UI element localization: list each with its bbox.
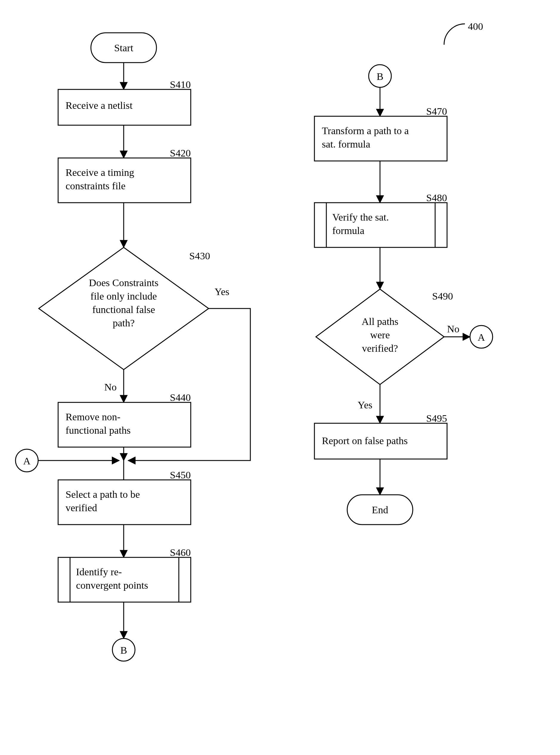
text-s495-l1: Report on false paths <box>322 435 408 446</box>
step-s470: S470 Transform a path to a sat. formula <box>315 106 447 161</box>
connector-a-in-label: A <box>23 455 31 466</box>
text-s450-l1: Select a path to be <box>65 489 140 500</box>
connector-b-in: B <box>369 65 391 87</box>
connector-b-out-label: B <box>120 645 127 656</box>
text-s420-l2: constraints file <box>65 180 125 191</box>
text-s430-l1: Does Constraints <box>89 277 158 288</box>
ref-s460: S460 <box>170 547 191 558</box>
text-s460-l2: convergent points <box>76 580 148 591</box>
ref-s470: S470 <box>426 106 447 117</box>
text-s470-l1: Transform a path to a <box>322 125 408 136</box>
text-s430-l2: file only include <box>91 291 157 302</box>
figure-label: 400 <box>444 21 483 45</box>
connector-a-out: A <box>470 325 493 348</box>
connector-b-in-label: B <box>377 71 384 82</box>
label-s490-yes: Yes <box>358 399 372 411</box>
text-s430-l3: functional false <box>93 304 155 315</box>
connector-b-out: B <box>112 638 135 661</box>
connector-a-out-label: A <box>478 332 485 343</box>
text-s450-l2: verified <box>65 502 97 513</box>
step-s440: S440 Remove non- functional paths <box>58 392 191 447</box>
text-s430-l4: path? <box>113 317 135 329</box>
ref-s480: S480 <box>426 192 447 203</box>
label-s430-yes: Yes <box>215 286 229 297</box>
step-s450: S450 Select a path to be verified <box>58 470 191 524</box>
text-s480-l1: Verify the sat. <box>332 212 389 223</box>
text-s470-l2: sat. formula <box>322 139 370 150</box>
text-s440-l1: Remove non- <box>65 411 120 422</box>
label-s490-no: No <box>447 323 460 334</box>
ref-s450: S450 <box>170 470 191 480</box>
ref-s410: S410 <box>170 79 191 90</box>
text-s490-l1: All paths <box>361 316 398 327</box>
text-s460-l1: Identify re- <box>76 566 122 577</box>
step-s410: S410 Receive a netlist <box>58 79 191 125</box>
text-s490-l3: verified? <box>362 343 398 354</box>
decision-s430: S430 Does Constraints file only include … <box>39 247 210 370</box>
text-s420-l1: Receive a timing <box>65 167 134 178</box>
step-s495: S495 Report on false paths <box>315 413 447 459</box>
step-s460: S460 Identify re- convergent points <box>58 547 191 602</box>
text-s480-l2: formula <box>332 225 364 236</box>
step-s480: S480 Verify the sat. formula <box>315 192 447 247</box>
terminal-start: Start <box>91 33 157 63</box>
label-s430-no: No <box>104 381 117 393</box>
terminal-end-label: End <box>372 504 388 515</box>
ref-s420: S420 <box>170 147 191 159</box>
text-s440-l2: functional paths <box>65 425 131 436</box>
ref-s430: S430 <box>189 251 210 261</box>
text-s490-l2: were <box>370 330 390 340</box>
decision-s490: S490 All paths were verified? <box>316 289 453 384</box>
figure-label-text: 400 <box>468 21 483 32</box>
step-s420: S420 Receive a timing constraints file <box>58 147 191 203</box>
ref-s440: S440 <box>170 392 191 403</box>
ref-s495: S495 <box>426 413 447 424</box>
text-s410-l1: Receive a netlist <box>65 100 133 111</box>
ref-s490: S490 <box>432 291 453 302</box>
terminal-end: End <box>347 495 413 524</box>
terminal-start-label: Start <box>114 42 134 53</box>
connector-a-in: A <box>16 449 38 472</box>
